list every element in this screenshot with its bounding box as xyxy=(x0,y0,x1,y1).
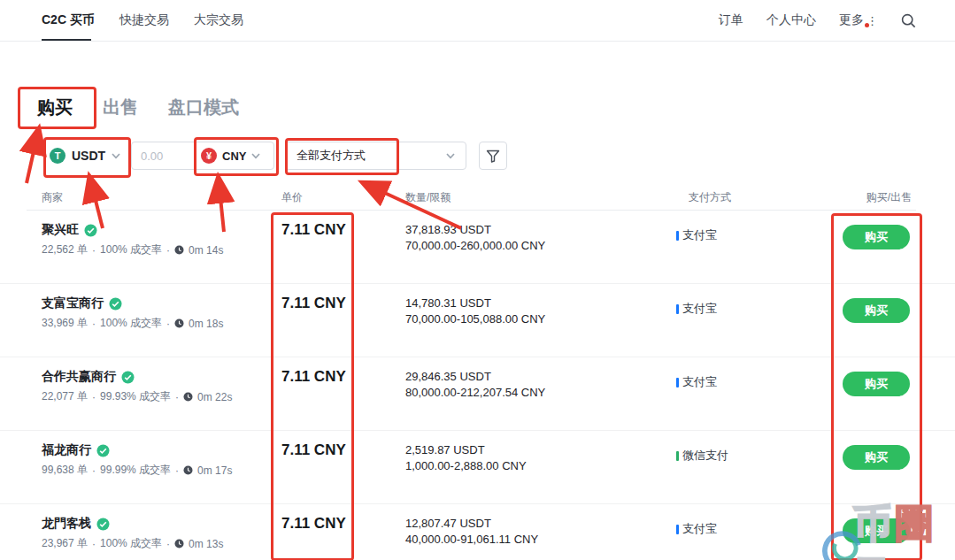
available-amount: 29,846.35 USDT xyxy=(405,370,491,383)
buy-button[interactable]: 购买 xyxy=(843,445,910,470)
buy-button[interactable]: 购买 xyxy=(843,225,910,249)
stat-separator: · xyxy=(92,464,96,477)
top-nav: C2C 买币 快捷交易 大宗交易 订单 个人中心 更多 ⋮ xyxy=(0,0,955,42)
advanced-filter-button[interactable] xyxy=(479,142,507,170)
funnel-icon xyxy=(486,150,500,163)
payment-method-label: 支付宝 xyxy=(682,374,717,390)
merchant-orders: 22,562 单 xyxy=(42,242,88,257)
search-button[interactable] xyxy=(901,13,916,28)
merchant-link[interactable]: 支富宝商行 xyxy=(42,295,122,311)
offer-row: 龙門客栈 23,967 单 · 100% 成交率 · 0m 13s 7.11 C… xyxy=(0,504,955,560)
limit-range: 70,000.00-105,088.00 CNY xyxy=(405,312,545,326)
col-payment: 支付方式 xyxy=(689,190,731,205)
col-merchant: 商家 xyxy=(42,190,63,205)
available-amount: 12,807.47 USDT xyxy=(405,517,491,530)
amount-input-group: ¥ CNY xyxy=(131,142,274,170)
price: 7.11 CNY xyxy=(281,441,346,459)
stat-separator: · xyxy=(166,538,170,550)
filter-bar: T USDT ¥ CNY 全部支付方式 xyxy=(0,142,955,170)
price: 7.11 CNY xyxy=(281,295,346,312)
merchant-rate: 100% 成交率 xyxy=(100,316,162,331)
payment-method-select[interactable]: 全部支付方式 xyxy=(285,142,466,170)
merchant-stats: 99,638 单 · 99.99% 成交率 · 0m 17s xyxy=(42,463,232,478)
merchant-name: 福龙商行 xyxy=(42,442,91,458)
trade-tabs: 购买 出售 盘口模式 xyxy=(37,96,239,119)
stat-separator: · xyxy=(175,464,179,477)
stat-separator: · xyxy=(175,391,179,403)
chevron-down-icon xyxy=(446,153,455,159)
nav-item-express[interactable]: 快捷交易 xyxy=(119,0,169,41)
tab-buy[interactable]: 购买 xyxy=(37,96,73,119)
merchant-link[interactable]: 龙門客栈 xyxy=(42,516,110,532)
merchant-link[interactable]: 合作共赢商行 xyxy=(42,369,135,385)
payment-bar xyxy=(676,451,679,461)
amount-input[interactable] xyxy=(132,150,196,163)
merchant-link[interactable]: 聚兴旺 xyxy=(42,222,97,238)
chevron-down-icon xyxy=(251,153,260,159)
available-amount: 37,818.93 USDT xyxy=(405,223,491,236)
merchant-stats: 33,969 单 · 100% 成交率 · 0m 18s xyxy=(42,316,223,331)
verified-badge-icon xyxy=(84,224,97,237)
merchant-time: 0m 14s xyxy=(189,244,223,257)
search-icon xyxy=(901,13,916,28)
notification-dot xyxy=(865,23,869,27)
price: 7.11 CNY xyxy=(281,368,346,386)
verified-badge-icon xyxy=(121,371,135,384)
payment-method: 支付宝 xyxy=(676,301,717,317)
clock-icon xyxy=(183,392,193,402)
tab-sell[interactable]: 出售 xyxy=(103,96,138,119)
clock-icon xyxy=(174,318,184,328)
payment-method-value: 全部支付方式 xyxy=(297,148,446,164)
limit-range: 1,000.00-2,888.00 CNY xyxy=(405,459,527,472)
stat-separator: · xyxy=(92,318,96,330)
nav-right: 订单 个人中心 更多 ⋮ xyxy=(719,0,955,41)
asset-select[interactable]: T USDT xyxy=(50,142,120,170)
merchant-name: 支富宝商行 xyxy=(42,295,104,311)
stat-separator: · xyxy=(92,538,96,550)
nav-item-more[interactable]: 更多 ⋮ xyxy=(839,12,878,28)
nav-item-c2c[interactable]: C2C 买币 xyxy=(42,0,95,41)
available-amount: 2,519.87 USDT xyxy=(405,443,485,456)
col-amount-limit: 数量/限额 xyxy=(405,190,451,205)
merchant-stats: 23,967 单 · 100% 成交率 · 0m 13s xyxy=(42,536,223,551)
fiat-select-value: CNY xyxy=(222,150,246,163)
available-amount: 14,780.31 USDT xyxy=(405,296,491,310)
verified-badge-icon xyxy=(109,297,122,311)
fiat-select[interactable]: ¥ CNY xyxy=(201,148,260,164)
offer-row: 聚兴旺 22,562 单 · 100% 成交率 · 0m 14s 7.11 CN… xyxy=(0,211,955,284)
merchant-rate: 99.93% 成交率 xyxy=(100,389,171,404)
buy-button[interactable]: 购买 xyxy=(843,372,910,396)
buy-button[interactable]: 购买 xyxy=(843,518,910,543)
merchant-orders: 99,638 单 xyxy=(42,463,88,478)
nav-item-block-trade[interactable]: 大宗交易 xyxy=(194,0,243,41)
clock-icon xyxy=(174,539,184,548)
clock-icon xyxy=(183,465,193,475)
verified-badge-icon xyxy=(96,444,110,457)
payment-method-label: 支付宝 xyxy=(682,521,717,537)
col-action: 购买/出售 xyxy=(866,190,912,205)
price: 7.11 CNY xyxy=(281,221,346,239)
price: 7.11 CNY xyxy=(281,515,346,533)
offer-row: 支富宝商行 33,969 单 · 100% 成交率 · 0m 18s 7.11 … xyxy=(0,284,955,357)
stat-separator: · xyxy=(166,244,170,257)
usdt-icon: T xyxy=(50,148,65,164)
merchant-rate: 100% 成交率 xyxy=(100,242,162,257)
merchant-name: 龙門客栈 xyxy=(42,516,91,532)
limit-range: 80,000.00-212,207.54 CNY xyxy=(405,386,545,399)
nav-item-orders[interactable]: 订单 xyxy=(719,12,743,28)
merchant-name: 合作共赢商行 xyxy=(42,369,116,385)
stat-separator: · xyxy=(92,391,96,403)
merchant-rate: 100% 成交率 xyxy=(100,536,162,551)
payment-bar xyxy=(676,231,679,241)
payment-method-label: 支付宝 xyxy=(682,227,717,243)
stat-separator: · xyxy=(92,244,96,257)
payment-method: 支付宝 xyxy=(676,227,717,243)
payment-bar xyxy=(676,378,679,387)
nav-item-profile[interactable]: 个人中心 xyxy=(766,12,816,28)
merchant-time: 0m 22s xyxy=(197,391,232,403)
payment-method: 微信支付 xyxy=(676,448,728,464)
tab-orderbook-mode[interactable]: 盘口模式 xyxy=(168,96,239,119)
merchant-time: 0m 18s xyxy=(189,318,223,330)
buy-button[interactable]: 购买 xyxy=(843,298,910,323)
merchant-link[interactable]: 福龙商行 xyxy=(42,442,110,458)
